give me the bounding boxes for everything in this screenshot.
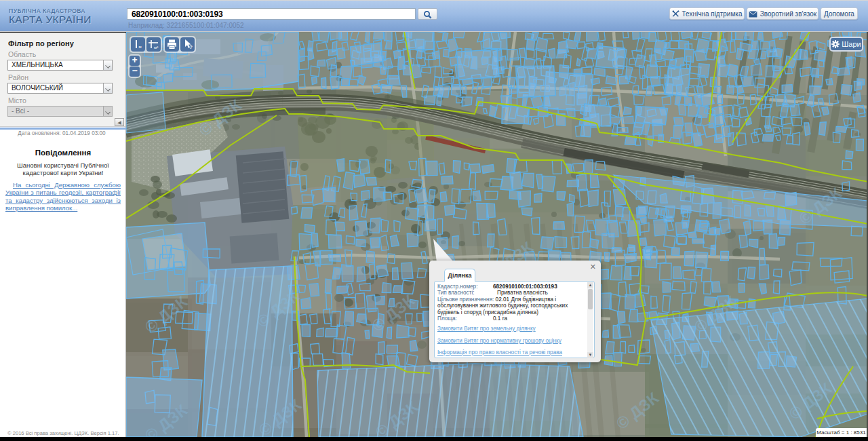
svg-text:м²: м² xyxy=(154,45,158,50)
svg-text:м: м xyxy=(139,45,142,49)
svg-text:?: ? xyxy=(189,44,193,50)
